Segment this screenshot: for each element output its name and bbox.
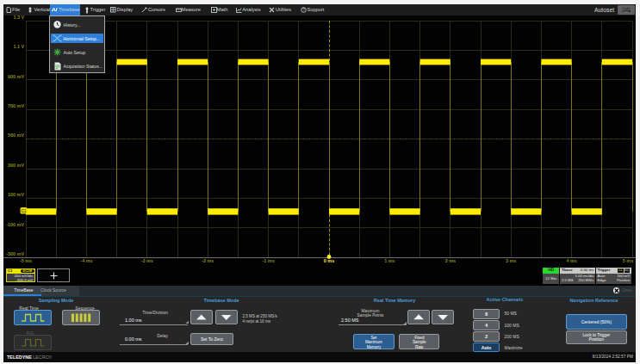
- svg-text:?: ?: [302, 7, 305, 12]
- svg-text:C1: C1: [22, 209, 27, 213]
- svg-text:Undo: Undo: [622, 7, 630, 10]
